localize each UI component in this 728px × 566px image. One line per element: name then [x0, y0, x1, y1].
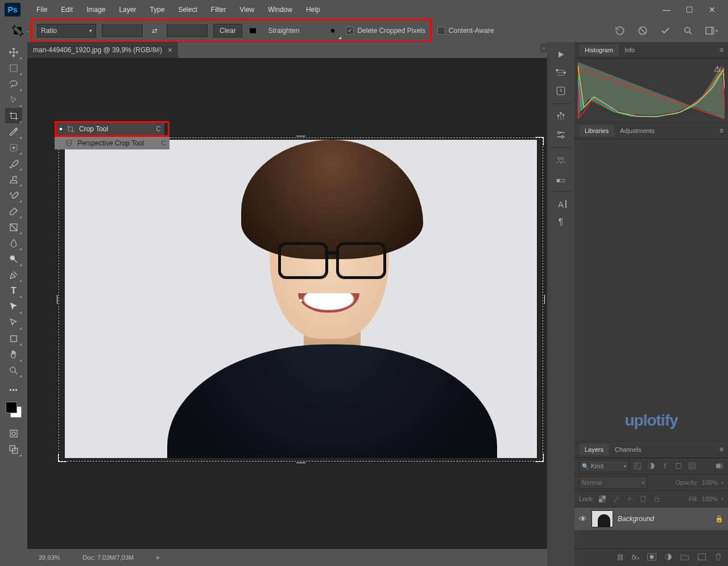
- cancel-crop-icon[interactable]: [636, 24, 650, 38]
- quick-select-tool[interactable]: [5, 92, 22, 107]
- visibility-toggle-icon[interactable]: 👁: [579, 514, 587, 523]
- edit-toolbar-icon[interactable]: •••: [5, 382, 22, 398]
- menu-select[interactable]: Select: [171, 3, 204, 16]
- delete-layer-icon[interactable]: [714, 552, 722, 563]
- crop-marquee[interactable]: ✦: [59, 138, 543, 461]
- layer-thumbnail[interactable]: [592, 510, 613, 527]
- crop-overlay-icon[interactable]: [305, 23, 320, 38]
- properties-icon[interactable]: [552, 65, 569, 81]
- sliders-icon[interactable]: [552, 127, 569, 143]
- layer-name[interactable]: Background: [618, 515, 654, 523]
- lock-transparency-icon[interactable]: [597, 494, 607, 504]
- brushes-icon[interactable]: [552, 109, 569, 124]
- color-swatches[interactable]: [6, 402, 22, 418]
- fill-value[interactable]: 100%: [702, 496, 718, 502]
- panel-menu-icon[interactable]: ≡: [719, 446, 723, 453]
- filter-shape-icon[interactable]: [673, 461, 684, 471]
- opacity-value[interactable]: 100%: [702, 479, 718, 486]
- lock-paint-icon[interactable]: [611, 494, 621, 504]
- swatches-icon[interactable]: [552, 170, 569, 186]
- new-layer-icon[interactable]: [697, 553, 706, 563]
- lock-artboard-icon[interactable]: [638, 494, 648, 504]
- reset-crop-icon[interactable]: [613, 24, 627, 38]
- window-minimize-button[interactable]: —: [655, 2, 678, 18]
- marquee-tool[interactable]: [5, 60, 22, 76]
- zoom-tool[interactable]: [5, 363, 22, 378]
- menu-filter[interactable]: Filter: [204, 3, 233, 16]
- menu-edit[interactable]: Edit: [54, 3, 80, 16]
- add-mask-icon[interactable]: [647, 553, 656, 563]
- pen-tool[interactable]: [5, 267, 22, 282]
- menu-file[interactable]: File: [30, 3, 54, 16]
- delete-cropped-pixels-checkbox[interactable]: ✓ Delete Cropped Pixels: [346, 27, 425, 35]
- crop-settings-icon[interactable]: [325, 23, 340, 38]
- menu-view[interactable]: View: [233, 3, 261, 16]
- layer-row-background[interactable]: 👁 Background 🔒: [574, 507, 728, 530]
- healing-brush-tool[interactable]: [5, 140, 22, 155]
- menu-window[interactable]: Window: [261, 3, 299, 16]
- tab-adjustments[interactable]: Adjustments: [614, 125, 660, 136]
- commit-crop-icon[interactable]: [659, 24, 672, 38]
- clone-stamp-tool[interactable]: [5, 172, 22, 187]
- crop-tool-indicator-icon[interactable]: ⌄: [10, 23, 25, 38]
- crop-height-input[interactable]: [167, 24, 208, 37]
- type-tool[interactable]: T: [5, 283, 22, 298]
- filter-pixel-icon[interactable]: [632, 461, 643, 471]
- new-group-icon[interactable]: [680, 553, 689, 563]
- filter-smart-icon[interactable]: [687, 461, 697, 471]
- eraser-tool[interactable]: [5, 203, 22, 219]
- crop-width-input[interactable]: [102, 24, 143, 37]
- eyedropper-tool[interactable]: [5, 124, 22, 139]
- panel-menu-icon[interactable]: ≡: [719, 127, 723, 135]
- tab-info[interactable]: Info: [619, 44, 640, 56]
- filter-type-icon[interactable]: T: [660, 461, 670, 471]
- menu-image[interactable]: Image: [80, 3, 112, 16]
- lock-all-icon[interactable]: [652, 494, 662, 504]
- tab-layers[interactable]: Layers: [579, 444, 609, 455]
- search-icon[interactable]: [681, 24, 695, 38]
- window-maximize-button[interactable]: ☐: [678, 2, 701, 18]
- path-select-tool[interactable]: [5, 299, 22, 314]
- play-icon[interactable]: [552, 47, 569, 63]
- straighten-icon[interactable]: [248, 23, 263, 38]
- filter-adjustment-icon[interactable]: [646, 461, 656, 471]
- direct-select-tool[interactable]: [5, 315, 22, 330]
- hand-tool[interactable]: [5, 347, 22, 362]
- menu-help[interactable]: Help: [299, 3, 327, 16]
- lock-position-icon[interactable]: [624, 494, 635, 504]
- layer-lock-icon[interactable]: 🔒: [715, 515, 723, 523]
- flyout-crop-tool[interactable]: Crop Tool C: [56, 123, 164, 135]
- adjustment-layer-icon[interactable]: [664, 553, 672, 563]
- history-brush-tool[interactable]: [5, 188, 22, 203]
- character-icon[interactable]: A: [552, 196, 569, 212]
- quick-mask-icon[interactable]: [5, 426, 22, 441]
- panel-menu-icon[interactable]: ≡: [719, 46, 723, 54]
- dodge-tool[interactable]: [5, 251, 22, 267]
- workspace-icon[interactable]: ▾: [704, 24, 718, 38]
- content-aware-checkbox[interactable]: Content-Aware: [437, 27, 494, 35]
- crop-clear-button[interactable]: Clear: [213, 24, 242, 38]
- tab-histogram[interactable]: Histogram: [579, 44, 619, 56]
- shape-tool[interactable]: [5, 331, 22, 346]
- clock-icon[interactable]: [552, 83, 569, 99]
- tab-channels[interactable]: Channels: [609, 444, 647, 455]
- move-tool[interactable]: [5, 44, 22, 60]
- swap-dimensions-icon[interactable]: ⇄: [148, 24, 161, 37]
- collapse-right-dock-icon[interactable]: »: [540, 43, 547, 52]
- layer-filter-type-select[interactable]: 🔍Kind▾: [579, 460, 629, 472]
- histogram-warning-icon[interactable]: ⚠: [714, 64, 721, 73]
- menu-layer[interactable]: Layer: [112, 3, 143, 16]
- close-tab-icon[interactable]: ×: [168, 45, 172, 55]
- blend-mode-select[interactable]: Normal▾: [579, 476, 647, 489]
- document-tab[interactable]: man-449406_1920.jpg @ 39,9% (RGB/8#) ×: [27, 42, 178, 58]
- link-layers-icon[interactable]: ⛓: [617, 553, 624, 561]
- tab-libraries[interactable]: Libraries: [579, 125, 614, 136]
- blur-tool[interactable]: [5, 235, 22, 251]
- brush-tool[interactable]: [5, 156, 22, 171]
- flyout-perspective-crop-tool[interactable]: Perspective Crop Tool C: [55, 137, 169, 149]
- layer-fx-icon[interactable]: fx▾: [632, 553, 639, 561]
- paragraph-icon[interactable]: ¶: [552, 214, 569, 230]
- crop-tool[interactable]: [5, 108, 22, 123]
- foreground-color-swatch[interactable]: [6, 402, 17, 413]
- people-icon[interactable]: [552, 152, 569, 168]
